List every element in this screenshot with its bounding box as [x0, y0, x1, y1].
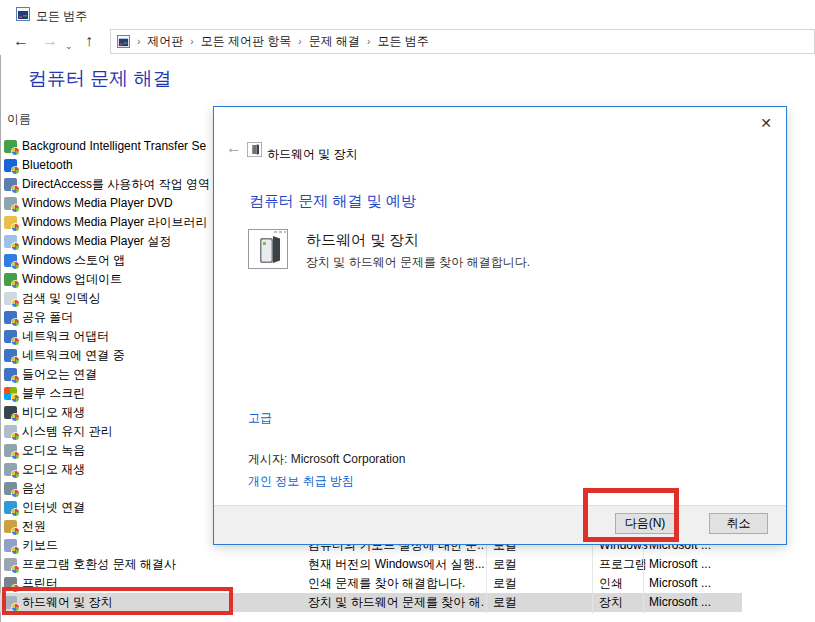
- list-item[interactable]: 프로그램 호환성 문제 해결사 현재 버전의 Windows에서 실행... 로…: [0, 555, 742, 574]
- page-title: 컴퓨터 문제 해결: [28, 66, 172, 92]
- item-name: Windows Media Player 설정: [22, 232, 171, 251]
- annotation-next-button: [583, 488, 679, 542]
- keyboard-icon: [4, 539, 17, 552]
- address-bar[interactable]: › 제어판 › 모든 제어판 항목 › 문제 해결 › 모든 범주: [110, 29, 815, 54]
- navigation-bar: ← → ⌄ ↑ › 제어판 › 모든 제어판 항목 › 문제 해결 ›: [0, 28, 815, 55]
- breadcrumb-separator: ›: [367, 36, 370, 47]
- item-name: Bluetooth: [22, 156, 73, 175]
- troubleshooting-icon: [16, 7, 30, 21]
- item-name: 전원: [22, 517, 46, 536]
- close-icon[interactable]: ✕: [756, 113, 776, 133]
- column-divider: [592, 537, 593, 614]
- item-location: 로컬: [493, 555, 517, 574]
- item-name: 오디오 재생: [22, 460, 85, 479]
- cancel-button[interactable]: 취소: [709, 513, 768, 534]
- blue-screen-icon: [4, 387, 17, 400]
- column-header-name[interactable]: 이름: [7, 111, 31, 128]
- item-name: 네트워크에 연결 중: [22, 346, 125, 365]
- forward-button[interactable]: →: [42, 31, 58, 51]
- item-publisher: Microsoft ...: [649, 593, 711, 612]
- program-compat-icon: [4, 558, 17, 571]
- incoming-connection-icon: [4, 368, 17, 381]
- item-name: 검색 및 인덱싱: [22, 289, 101, 308]
- breadcrumb-separator: ›: [137, 36, 140, 47]
- address-icon: [117, 35, 130, 48]
- hardware-device-icon: [248, 229, 288, 269]
- hardware-device-icon: [247, 142, 262, 157]
- media-player-dvd-icon: [4, 197, 17, 210]
- windows-update-icon: [4, 273, 17, 286]
- breadcrumb-separator: ›: [298, 36, 301, 47]
- shared-folder-icon: [4, 311, 17, 324]
- item-description: 인쇄 문제를 찾아 해결합니다.: [308, 574, 465, 593]
- breadcrumb: › 제어판 › 모든 제어판 항목 › 문제 해결 › 모든 범주: [130, 33, 429, 50]
- breadcrumb-separator: ›: [190, 36, 193, 47]
- item-name: Windows Media Player 라이브러리: [22, 213, 207, 232]
- item-name: 네트워크 어댑터: [22, 327, 109, 346]
- up-button[interactable]: ↑: [85, 31, 93, 51]
- item-name: Background Intelligent Transfer Se: [22, 137, 206, 156]
- breadcrumb-item[interactable]: 제어판: [147, 33, 183, 50]
- item-name: 인터넷 연결: [22, 498, 85, 517]
- item-location: 로컬: [493, 574, 517, 593]
- annotation-hardware-row: [2, 587, 233, 615]
- item-category: 인쇄: [599, 574, 623, 593]
- column-divider: [643, 537, 644, 614]
- internet-connection-icon: [4, 501, 17, 514]
- audio-playback-icon: [4, 463, 17, 476]
- item-description: 장치 및 하드웨어 문제를 찾아 해...: [308, 593, 484, 612]
- dialog-back-icon[interactable]: ←: [226, 139, 242, 157]
- item-name: 프로그램 호환성 문제 해결사: [22, 555, 176, 574]
- video-playback-icon: [4, 406, 17, 419]
- directaccess-icon: [4, 178, 17, 191]
- item-name: Windows 업데이트: [22, 270, 122, 289]
- advanced-link[interactable]: 고급: [248, 410, 272, 427]
- dialog-footer: 다음(N) 취소: [214, 505, 786, 544]
- item-name: 오디오 녹음: [22, 441, 85, 460]
- system-maintenance-icon: [4, 425, 17, 438]
- search-indexing-icon: [4, 292, 17, 305]
- item-name: 블루 스크린: [22, 384, 85, 403]
- network-adapter-icon: [4, 330, 17, 343]
- item-name: 비디오 재생: [22, 403, 85, 422]
- network-connecting-icon: [4, 349, 17, 362]
- troubleshooter-name: 하드웨어 및 장치: [306, 231, 419, 250]
- item-category: 장치: [599, 593, 623, 612]
- column-divider: [486, 537, 487, 614]
- item-name: Windows 스토어 앱: [22, 251, 125, 270]
- back-button[interactable]: ←: [13, 31, 29, 51]
- window-title: 모든 범주: [36, 8, 87, 25]
- troubleshooter-description: 장치 및 하드웨어 문제를 찾아 해결합니다.: [306, 254, 530, 271]
- breadcrumb-item[interactable]: 모든 제어판 항목: [201, 33, 292, 50]
- item-name: 음성: [22, 479, 46, 498]
- breadcrumb-item[interactable]: 문제 해결: [309, 33, 360, 50]
- store-app-icon: [4, 254, 17, 267]
- privacy-policy-link[interactable]: 개인 정보 취급 방침: [248, 473, 354, 490]
- item-name: 공유 폴더: [22, 308, 73, 327]
- item-category: 프로그램: [599, 555, 647, 574]
- media-library-icon: [4, 216, 17, 229]
- media-settings-icon: [4, 235, 17, 248]
- bluetooth-icon: [4, 159, 17, 172]
- item-name: Windows Media Player DVD: [22, 194, 173, 213]
- item-name: 키보드: [22, 536, 58, 555]
- bits-transfer-icon: [4, 140, 17, 153]
- breadcrumb-item[interactable]: 모든 범주: [377, 33, 428, 50]
- speech-icon: [4, 482, 17, 495]
- troubleshooter-dialog: ✕ ← 하드웨어 및 장치 컴퓨터 문제 해결 및 예방 하드웨어 및 장치 장…: [213, 106, 787, 545]
- item-publisher: Microsoft ...: [649, 555, 711, 574]
- item-description: 현재 버전의 Windows에서 실행...: [308, 555, 484, 574]
- recent-pages-dropdown[interactable]: ⌄: [65, 36, 73, 56]
- dialog-title: 하드웨어 및 장치: [267, 146, 358, 163]
- dialog-heading: 컴퓨터 문제 해결 및 예방: [249, 192, 416, 211]
- item-name: 시스템 유지 관리: [22, 422, 113, 441]
- power-icon: [4, 520, 17, 533]
- item-publisher: Microsoft ...: [649, 574, 711, 593]
- title-bar: 모든 범주: [0, 0, 815, 28]
- item-name: DirectAccess를 사용하여 작업 영역: [22, 175, 210, 194]
- item-location: 로컬: [493, 593, 517, 612]
- item-name: 들어오는 연결: [22, 365, 97, 384]
- audio-recording-icon: [4, 444, 17, 457]
- publisher-text: 게시자: Microsoft Corporation: [248, 451, 405, 468]
